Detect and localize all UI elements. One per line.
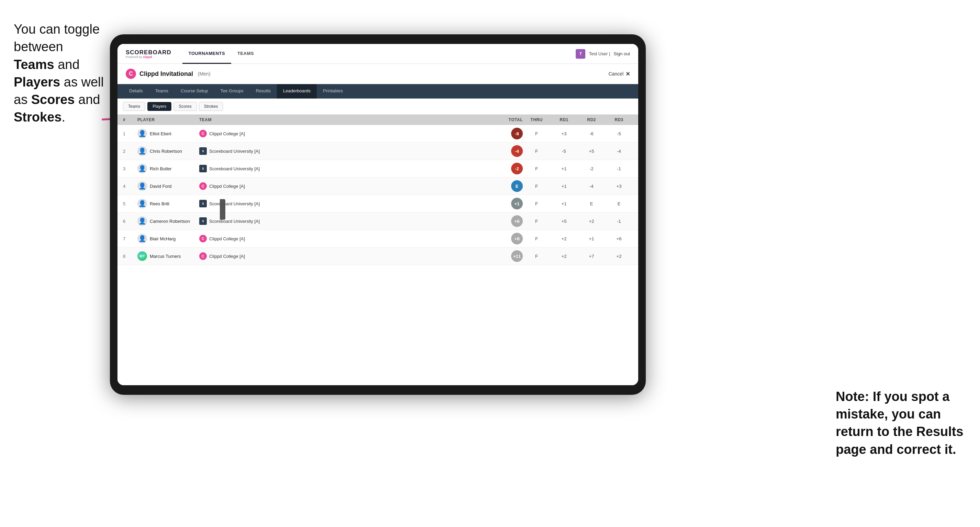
strokes-bold: Strokes (14, 110, 62, 124)
rd3-3: -1 (605, 166, 633, 171)
rd1-8: +2 (550, 254, 578, 259)
thru-1: F (523, 131, 550, 136)
tablet-screen: SCOREBOARD Powered by clippd TOURNAMENTS… (118, 44, 638, 385)
avatar-4: 👤 (137, 181, 147, 191)
sub-tab-players[interactable]: Players (147, 102, 172, 111)
teams-bold: Teams (14, 57, 54, 72)
team-cell-3: S Scoreboard University [A] (199, 165, 488, 172)
rd3-4: +3 (605, 184, 633, 189)
sub-tab-scores[interactable]: Scores (173, 102, 196, 111)
avatar-3: 👤 (137, 164, 147, 173)
score-badge-1: -8 (511, 128, 523, 140)
rank-5: 5 (123, 201, 137, 206)
rd2-7: +1 (578, 236, 605, 241)
tournament-gender: (Men) (198, 71, 210, 76)
col-rank: # (123, 117, 137, 122)
avatar-8: MT (137, 251, 147, 261)
total-cell-6: +6 (488, 215, 523, 227)
player-cell-8: MT Marcus Turners (137, 251, 199, 261)
tab-printables[interactable]: Printables (317, 84, 349, 98)
rd3-8: +2 (605, 254, 633, 259)
team-logo-8: C (199, 252, 207, 260)
thru-6: F (523, 219, 550, 224)
tab-details[interactable]: Details (123, 84, 149, 98)
player-cell-4: 👤 David Ford (137, 181, 199, 191)
total-cell-7: +8 (488, 233, 523, 244)
total-cell-5: +1 (488, 198, 523, 210)
player-cell-7: 👤 Blair McHarg (137, 234, 199, 243)
nav-right: T Test User | Sign out (576, 49, 630, 59)
tab-leaderboards[interactable]: Leaderboards (277, 84, 317, 98)
rd2-4: -4 (578, 184, 605, 189)
tab-course-setup[interactable]: Course Setup (175, 84, 214, 98)
scores-bold: Scores (31, 92, 75, 107)
player-name-7: Blair McHarg (150, 236, 175, 241)
team-cell-6: S Scoreboard University [A] (199, 217, 488, 225)
rd1-5: +1 (550, 201, 578, 206)
rd2-3: -2 (578, 166, 605, 171)
team-cell-4: C Clippd College [A] (199, 182, 488, 190)
close-icon: ✕ (625, 71, 630, 77)
tab-bar: Details Teams Course Setup Tee Groups Re… (118, 84, 638, 98)
rank-6: 6 (123, 219, 137, 224)
col-rd2: RD2 (578, 117, 605, 122)
tournament-title-area: C Clippd Invitational (Men) (126, 69, 210, 79)
rd2-8: +7 (578, 254, 605, 259)
score-badge-5: +1 (511, 198, 523, 210)
logo-text: SCOREBOARD (126, 49, 172, 56)
rd3-2: -4 (605, 149, 633, 154)
score-badge-8: +11 (511, 250, 523, 262)
team-logo-5: S (199, 200, 207, 207)
player-cell-2: 👤 Chris Robertson (137, 146, 199, 156)
table-row: 5 👤 Rees Britt S Scoreboard University [… (118, 195, 638, 213)
tab-teams[interactable]: Teams (149, 84, 175, 98)
col-total: TOTAL (488, 117, 523, 122)
sign-out-link[interactable]: Sign out (614, 51, 630, 56)
player-name-8: Marcus Turners (150, 254, 181, 259)
rd2-2: +5 (578, 149, 605, 154)
col-thru: THRU (523, 117, 550, 122)
rd1-1: +3 (550, 131, 578, 136)
thru-2: F (523, 149, 550, 154)
rd3-7: +6 (605, 236, 633, 241)
player-name-3: Rich Butler (150, 166, 172, 171)
thru-5: F (523, 201, 550, 206)
table-row: 2 👤 Chris Robertson S Scoreboard Univers… (118, 143, 638, 160)
player-name-5: Rees Britt (150, 201, 169, 206)
team-cell-7: C Clippd College [A] (199, 235, 488, 242)
col-rd1: RD1 (550, 117, 578, 122)
rd2-6: +2 (578, 219, 605, 224)
rank-7: 7 (123, 236, 137, 241)
col-rd3: RD3 (605, 117, 633, 122)
tournament-name: Clippd Invitational (140, 70, 193, 78)
sub-tab-bar: Teams Players Scores Strokes (118, 98, 638, 115)
nav-teams[interactable]: TEAMS (231, 44, 260, 64)
rd2-1: -6 (578, 131, 605, 136)
table-row: 6 👤 Cameron Robertson S Scoreboard Unive… (118, 213, 638, 230)
player-name-2: Chris Robertson (150, 149, 182, 154)
rd1-6: +5 (550, 219, 578, 224)
sub-tab-teams[interactable]: Teams (123, 102, 145, 111)
team-logo-1: C (199, 130, 207, 137)
user-avatar: T (576, 49, 585, 59)
table-row: 8 MT Marcus Turners C Clippd College [A]… (118, 248, 638, 265)
team-cell-2: S Scoreboard University [A] (199, 147, 488, 155)
table-row: 7 👤 Blair McHarg C Clippd College [A] +8… (118, 230, 638, 248)
tournament-logo: C (126, 69, 136, 79)
team-logo-6: S (199, 217, 207, 225)
player-name-1: Elliot Ebert (150, 131, 172, 136)
nav-tournaments[interactable]: TOURNAMENTS (182, 44, 231, 64)
sub-tab-strokes[interactable]: Strokes (199, 102, 223, 111)
cancel-button[interactable]: Cancel ✕ (608, 71, 630, 77)
avatar-1: 👤 (137, 129, 147, 138)
rd3-5: E (605, 201, 633, 206)
thru-4: F (523, 184, 550, 189)
total-cell-2: -4 (488, 145, 523, 157)
rank-3: 3 (123, 166, 137, 171)
avatar-5: 👤 (137, 199, 147, 208)
logo-area: SCOREBOARD Powered by clippd (126, 49, 172, 59)
tab-results[interactable]: Results (250, 84, 277, 98)
tab-tee-groups[interactable]: Tee Groups (214, 84, 250, 98)
col-player: PLAYER (137, 117, 199, 122)
thru-7: F (523, 236, 550, 241)
